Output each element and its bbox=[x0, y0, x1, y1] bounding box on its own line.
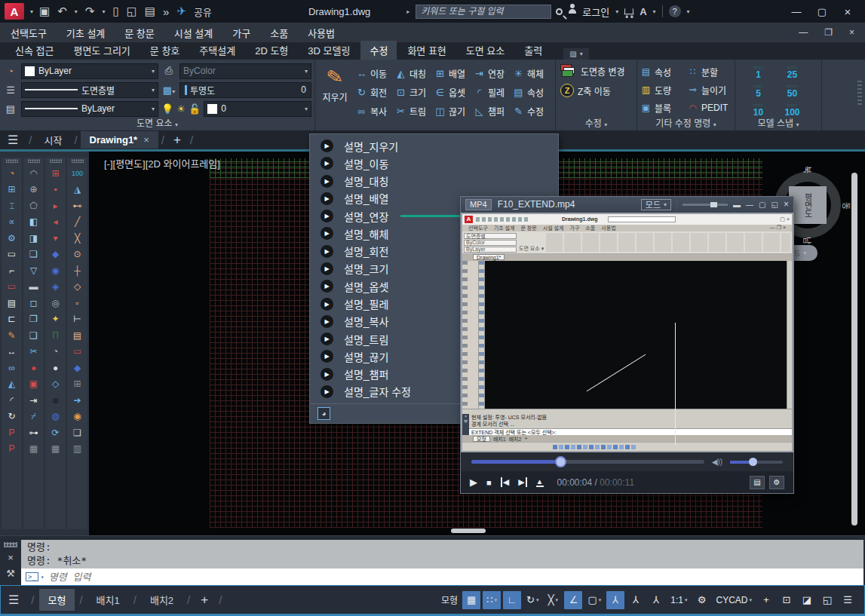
palette-tool-icon[interactable]: ⊕ bbox=[25, 182, 43, 198]
new-drawing-icon[interactable]: ▯ bbox=[112, 5, 118, 18]
player-settings-button[interactable]: ⚙ bbox=[769, 476, 784, 489]
compass-south[interactable]: 남 bbox=[802, 237, 814, 244]
search-expand-icon[interactable]: ▸ bbox=[406, 8, 409, 15]
tab-2d-shapes[interactable]: 2D 도형 bbox=[246, 41, 297, 60]
transparency-field[interactable]: 투명도 0 bbox=[179, 82, 311, 98]
opacity-slider[interactable] bbox=[682, 204, 728, 206]
palette-tool-icon[interactable]: Π bbox=[47, 327, 65, 344]
snap-5-button[interactable]: :::::5 bbox=[741, 81, 775, 100]
app-logo[interactable]: A bbox=[5, 3, 24, 20]
prev-button[interactable]: ◀ bbox=[501, 477, 509, 487]
otrack-toggle[interactable]: ▢▾ bbox=[584, 591, 604, 609]
command-prompt-icon[interactable]: >_▾ bbox=[26, 572, 44, 581]
tab-display[interactable]: 화면 표현 bbox=[398, 41, 455, 60]
osnap-toggle[interactable]: ∠ bbox=[564, 591, 582, 609]
measure-button[interactable]: ▥도량 bbox=[640, 81, 687, 99]
modify-tool-복사[interactable]: ∞복사 bbox=[356, 102, 395, 121]
search-icon[interactable] bbox=[556, 8, 563, 15]
flyout-item[interactable]: ▶설명_대칭 bbox=[310, 173, 558, 188]
flyout-item[interactable]: ▶설명_지우기 bbox=[310, 139, 558, 154]
pedit-button[interactable]: ◠PEDIT bbox=[687, 99, 732, 117]
store-cart-icon[interactable] bbox=[624, 8, 634, 14]
annotation-auto-scale-toggle[interactable]: ⅄ bbox=[627, 591, 645, 609]
modify-tool-끊기[interactable]: ◫끊기 bbox=[434, 102, 474, 121]
clean-screen-button[interactable]: ◪ bbox=[798, 591, 816, 609]
layout-tab-model[interactable]: 모형 bbox=[39, 589, 75, 611]
palette-tool-icon[interactable]: ⊞ bbox=[69, 376, 87, 393]
palette-tool-icon[interactable]: ◧ bbox=[25, 214, 43, 231]
properties-button[interactable]: ▤속성 bbox=[640, 63, 687, 81]
tab-close-icon[interactable]: × bbox=[143, 134, 149, 146]
modify-tool-회전[interactable]: ↻회전 bbox=[356, 83, 395, 102]
annotation-scale-icon[interactable]: ⅄ bbox=[647, 591, 665, 609]
snap-50-button[interactable]: :::::50 bbox=[775, 81, 809, 100]
eject-button[interactable]: ▲ bbox=[536, 477, 544, 487]
palette-tool-icon[interactable]: ∝ bbox=[3, 214, 21, 231]
palette-tool-icon[interactable]: ▪ bbox=[47, 182, 65, 198]
drawing-minimize-button[interactable]: — bbox=[799, 27, 808, 38]
playlist-button[interactable]: ▤ bbox=[750, 476, 765, 489]
menu-furniture[interactable]: 가구 bbox=[232, 26, 250, 40]
palette-tool-icon[interactable]: ▦ bbox=[25, 441, 43, 458]
modify-tool-필레[interactable]: ◜필레 bbox=[474, 83, 513, 102]
modify-tool-해체[interactable]: ✳해체 bbox=[513, 64, 552, 83]
palette-tool-icon[interactable]: ↻ bbox=[3, 409, 21, 425]
a-caret-icon[interactable]: ▾ bbox=[653, 8, 656, 15]
share-icon[interactable]: ✈ bbox=[176, 5, 186, 18]
palette-tool-icon[interactable]: ▥ bbox=[69, 441, 87, 458]
palette-tool-icon[interactable]: P bbox=[3, 424, 21, 441]
snap-25-button[interactable]: :::::25 bbox=[775, 63, 809, 81]
user-icon[interactable] bbox=[569, 9, 576, 14]
isodraft-toggle[interactable]: ╳▾ bbox=[544, 591, 562, 609]
tab-start[interactable]: 시작 bbox=[35, 130, 72, 150]
block-button[interactable]: ▣블록 bbox=[640, 99, 687, 117]
layer-unlock-icon[interactable]: 🔓 bbox=[189, 103, 201, 115]
palette-tool-icon[interactable]: ▤ bbox=[3, 295, 21, 311]
command-close-icon[interactable]: × bbox=[8, 552, 14, 563]
palette-tool-icon[interactable]: ▭ bbox=[3, 279, 21, 296]
login-label[interactable]: 로그인 bbox=[582, 5, 609, 19]
menu-facility-design[interactable]: 시설 설계 bbox=[174, 26, 213, 40]
redo-caret-icon[interactable]: ▾ bbox=[102, 8, 105, 15]
palette-tool-icon[interactable]: ✂ bbox=[25, 344, 43, 360]
palette-tool-icon[interactable]: ❐ bbox=[25, 311, 43, 328]
palette-tool-icon[interactable]: ✎ bbox=[3, 327, 21, 344]
palette-tool-icon[interactable]: ⬠ bbox=[25, 198, 43, 214]
linetype-dropdown[interactable]: ByLayer▾ bbox=[21, 101, 158, 117]
palette-tool-icon[interactable]: ◙ bbox=[47, 392, 65, 409]
new-tab-button[interactable]: + bbox=[167, 133, 187, 148]
layer-change-button[interactable]: 도면층 변경 bbox=[560, 64, 632, 78]
command-grip[interactable] bbox=[4, 542, 17, 547]
palette-tool-icon[interactable]: ◻ bbox=[25, 295, 43, 311]
layer-dropdown[interactable]: 0▾ bbox=[204, 101, 311, 117]
palette-tool-icon[interactable]: ⊙ bbox=[69, 247, 87, 263]
modify-tool-속성[interactable]: ▤속성 bbox=[513, 83, 552, 102]
viewport-label[interactable]: [-][평면도][2D 와이어프레임] bbox=[104, 156, 220, 170]
stop-button[interactable]: ■ bbox=[486, 478, 492, 487]
snap-1-button[interactable]: :::::1 bbox=[741, 63, 775, 81]
tab-housing[interactable]: 주택설계 bbox=[190, 41, 244, 60]
compass-north[interactable]: 북 bbox=[802, 166, 814, 173]
palette-tool-icon[interactable]: ● bbox=[47, 360, 65, 376]
palette-tool-icon[interactable]: ⊞ bbox=[47, 165, 65, 182]
layer-thaw-sun-icon[interactable]: ☀ bbox=[176, 103, 186, 115]
grid-toggle[interactable]: ▦ bbox=[462, 591, 480, 609]
video-frame[interactable]: A Drawing1.dwg ▢ × 선택도구기초 설계문 창문시설 설계가구소… bbox=[461, 213, 793, 452]
search-input[interactable] bbox=[416, 5, 551, 19]
modify-tool-옵셋[interactable]: ∈옵셋 bbox=[434, 83, 474, 102]
palette-tool-icon[interactable]: ╱ bbox=[69, 214, 87, 231]
undo-icon[interactable]: ↶ bbox=[57, 5, 67, 18]
palette-tool-icon[interactable]: ▬ bbox=[25, 279, 43, 296]
palette-tool-icon[interactable]: ◈ bbox=[47, 279, 65, 296]
tab-floorplan[interactable]: 평면도 그리기 bbox=[64, 41, 139, 60]
palette-tool-icon[interactable]: ▣ bbox=[25, 376, 43, 393]
palette-tool-icon[interactable]: ❑ bbox=[25, 327, 43, 344]
layer-on-bulb-icon[interactable]: 💡 bbox=[161, 103, 173, 115]
lineweight-dropdown[interactable]: 도면층별▾ bbox=[21, 82, 158, 98]
help-icon[interactable]: ? bbox=[669, 5, 681, 17]
palette-tool-icon[interactable]: ❏ bbox=[69, 424, 87, 441]
modify-tool-수정[interactable]: ✎수정 bbox=[513, 102, 552, 121]
transparency-icon[interactable]: ▩▾ bbox=[161, 84, 176, 96]
palette-tool-icon[interactable]: ◉ bbox=[69, 409, 87, 425]
next-button[interactable]: ▶ bbox=[518, 477, 526, 487]
